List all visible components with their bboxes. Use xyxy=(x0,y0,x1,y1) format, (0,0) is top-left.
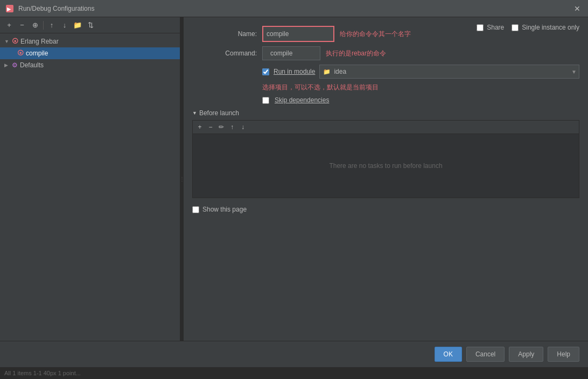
share-label[interactable]: Share xyxy=(487,24,504,31)
skip-dependencies-row: Skip dependencies xyxy=(192,96,579,104)
erlang-rebar-icon: ⦿ xyxy=(12,38,18,45)
move-up-button[interactable]: ↑ xyxy=(46,19,58,31)
defaults-icon: ⚙ xyxy=(12,61,18,69)
command-input-box xyxy=(262,46,320,60)
command-field-label: Command: xyxy=(192,50,257,57)
svg-text:▶: ▶ xyxy=(7,6,11,12)
before-launch-area: There are no tasks to run before launch xyxy=(192,134,579,198)
run-debug-configurations-window: ▶ Run/Debug Configurations ✕ + − ⊕ ↑ ↓ 📁… xyxy=(0,0,588,379)
tree-item-compile[interactable]: ⦿ compile xyxy=(0,47,180,59)
add-configuration-button[interactable]: + xyxy=(3,19,15,31)
command-input[interactable] xyxy=(267,46,316,60)
name-field-label: Name: xyxy=(192,30,257,38)
before-launch-down-button[interactable]: ↓ xyxy=(238,122,248,132)
share-row: Share xyxy=(477,24,504,31)
before-launch-header[interactable]: ▼ Before launch xyxy=(192,109,579,117)
left-panel: + − ⊕ ↑ ↓ 📁 ⇅ ▼ ⦿ Erlang Rebar ⦿ xyxy=(0,17,180,341)
apply-button[interactable]: Apply xyxy=(509,347,543,362)
copy-configuration-button[interactable]: ⊕ xyxy=(29,19,41,31)
single-instance-label[interactable]: Single instance only xyxy=(522,24,579,31)
before-launch-toolbar: + − ✏ ↑ ↓ xyxy=(192,120,579,134)
name-annotation: 给你的命令令其一个名字 xyxy=(340,30,411,39)
before-launch-arrow-icon: ▼ xyxy=(192,110,197,116)
module-dropdown-inner: 📁 idea xyxy=(320,68,579,75)
single-instance-row: Single instance only xyxy=(512,24,579,31)
move-down-button[interactable]: ↓ xyxy=(59,19,71,31)
configurations-toolbar: + − ⊕ ↑ ↓ 📁 ⇅ xyxy=(0,17,180,33)
erlang-rebar-label: Erlang Rebar xyxy=(20,38,59,45)
configurations-tree: ▼ ⦿ Erlang Rebar ⦿ compile ▶ ⚙ Defaults xyxy=(0,33,180,341)
show-this-page-label[interactable]: Show this page xyxy=(202,206,247,213)
module-annotation-row: 选择项目，可以不选，默认就是当前项目 xyxy=(192,83,579,92)
skip-dependencies-label[interactable]: Skip dependencies xyxy=(275,96,329,104)
command-annotation: 执行的是rebar的命令 xyxy=(326,49,386,58)
name-highlight xyxy=(262,26,334,42)
before-launch-edit-button[interactable]: ✏ xyxy=(216,122,226,132)
run-in-module-row: Run in module 📁 idea ▼ xyxy=(192,65,579,79)
module-value: idea xyxy=(334,68,346,75)
title-bar: ▶ Run/Debug Configurations ✕ xyxy=(0,0,588,17)
remove-configuration-button[interactable]: − xyxy=(16,19,28,31)
window-title: Run/Debug Configurations xyxy=(18,5,572,12)
main-content: + − ⊕ ↑ ↓ 📁 ⇅ ▼ ⦿ Erlang Rebar ⦿ xyxy=(0,17,588,341)
show-page-row: Show this page xyxy=(192,206,579,213)
sort-button[interactable]: ⇅ xyxy=(85,19,96,31)
right-panel-inner: Share Single instance only Name: 给你的命令令其 xyxy=(192,24,579,334)
expand-arrow-erlang: ▼ xyxy=(4,39,10,44)
help-button[interactable]: Help xyxy=(548,347,579,362)
bottom-bar: OK Cancel Apply Help xyxy=(0,341,588,367)
status-bar: All 1 items 1-1 40px 1 point... xyxy=(0,367,588,379)
single-instance-checkbox[interactable] xyxy=(512,24,519,31)
before-launch-label: Before launch xyxy=(199,109,239,117)
app-icon: ▶ xyxy=(5,4,14,13)
before-launch-add-button[interactable]: + xyxy=(195,122,205,132)
tree-item-erlang-rebar[interactable]: ▼ ⦿ Erlang Rebar xyxy=(0,36,180,47)
right-panel: Share Single instance only Name: 给你的命令令其 xyxy=(184,17,588,341)
name-input[interactable] xyxy=(263,27,333,41)
expand-arrow-defaults: ▶ xyxy=(4,62,10,68)
close-button[interactable]: ✕ xyxy=(572,3,583,14)
module-annotation: 选择项目，可以不选，默认就是当前项目 xyxy=(262,83,379,92)
tree-item-defaults[interactable]: ▶ ⚙ Defaults xyxy=(0,59,180,71)
share-checkbox[interactable] xyxy=(477,24,484,31)
compile-label: compile xyxy=(26,50,48,57)
module-dropdown[interactable]: 📁 idea ▼ xyxy=(319,65,579,79)
status-text: All 1 items 1-1 40px 1 point... xyxy=(4,370,81,376)
dropdown-chevron-icon: ▼ xyxy=(571,69,577,75)
ok-button[interactable]: OK xyxy=(435,347,462,362)
show-this-page-checkbox[interactable] xyxy=(192,206,199,213)
before-launch-remove-button[interactable]: − xyxy=(206,122,215,132)
before-launch-empty-text: There are no tasks to run before launch xyxy=(329,162,442,170)
skip-dependencies-checkbox[interactable] xyxy=(262,97,269,104)
toolbar-separator-1 xyxy=(43,21,44,30)
compile-icon: ⦿ xyxy=(17,50,24,57)
before-launch-up-button[interactable]: ↑ xyxy=(227,122,237,132)
folder-button[interactable]: 📁 xyxy=(72,19,83,31)
run-in-module-label[interactable]: Run in module xyxy=(274,68,315,75)
idea-folder-icon: 📁 xyxy=(323,68,331,75)
command-row: Command: 执行的是rebar的命令 xyxy=(192,46,579,60)
cancel-button[interactable]: Cancel xyxy=(466,347,505,362)
run-in-module-checkbox[interactable] xyxy=(262,68,269,75)
top-options: Share Single instance only xyxy=(477,24,579,31)
defaults-label: Defaults xyxy=(20,61,44,69)
